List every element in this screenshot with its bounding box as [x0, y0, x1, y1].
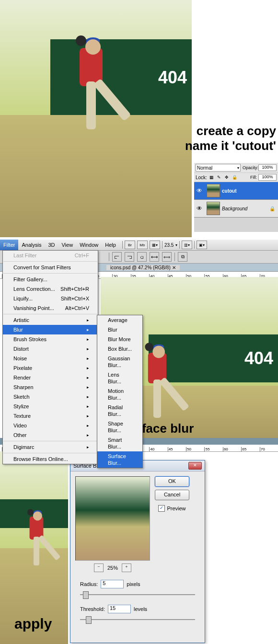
surface-blur-dialog: Surface Blur ✕ ⁻ 25% ⁺ OK Cancel ✓ Previ… [70, 460, 205, 643]
visibility-icon[interactable]: 👁 [194, 205, 205, 212]
filter-dropdown: Last FilterCtrl+F Convert for Smart Filt… [2, 250, 98, 464]
menu-vanishing-point[interactable]: Vanishing Point...Alt+Ctrl+V [3, 303, 98, 313]
menu-sharpen[interactable]: Sharpen [3, 382, 98, 392]
auto-align-icon[interactable]: ⧉ [178, 252, 187, 262]
menu-brush-strokes[interactable]: Brush Strokes [3, 334, 98, 344]
threshold-slider[interactable] [80, 616, 195, 623]
radius-label: Radius: [80, 581, 98, 587]
ok-button[interactable]: OK [155, 476, 189, 487]
align-center-icon[interactable]: ⫎ [125, 252, 134, 262]
submenu-average[interactable]: Average [97, 315, 142, 325]
blend-mode-select[interactable]: Normal▾ [196, 164, 241, 172]
submenu-shape-blur-[interactable]: Shape Blur... [97, 419, 142, 435]
submenu-radial-blur-[interactable]: Radial Blur... [97, 402, 142, 419]
menu-convert-smart[interactable]: Convert for Smart Filters [3, 263, 98, 272]
menu-texture[interactable]: Texture [3, 411, 98, 421]
close-button[interactable]: ✕ [188, 462, 202, 470]
menu-video[interactable]: Video [3, 421, 98, 430]
bridge-icon[interactable]: Br [125, 241, 135, 249]
menu-liquify[interactable]: Liquify...Shift+Ctrl+X [3, 294, 98, 303]
menu-window[interactable]: Window [76, 240, 102, 250]
menu-analysis[interactable]: Analysis [18, 240, 45, 250]
canvas-image: 404 [0, 0, 192, 237]
annotation-step3: apply [14, 616, 52, 632]
canvas-image [0, 451, 68, 644]
doc-tab-icons[interactable]: icons.psd @ 47.2% (RGB/8) ✕ [106, 265, 180, 270]
opacity-input[interactable]: 100% [258, 164, 277, 171]
menu-artistic[interactable]: Artistic [3, 315, 98, 325]
lock-all-icon[interactable]: 🔒 [232, 174, 238, 181]
menu-last-filter[interactable]: Last FilterCtrl+F [3, 251, 98, 260]
layer-cutout[interactable]: 👁 cutout [194, 182, 278, 200]
fill-input[interactable]: 100% [258, 174, 277, 181]
layer-name[interactable]: cutout [222, 188, 237, 194]
submenu-box-blur-[interactable]: Box Blur... [97, 344, 142, 354]
lock-icon: 🔒 [269, 206, 275, 211]
lock-position-icon[interactable]: ✥ [224, 174, 230, 181]
blur-submenu: AverageBlurBlur MoreBox Blur...Gaussian … [97, 315, 143, 468]
lock-paint-icon[interactable]: ✎ [216, 174, 222, 181]
menu-3d[interactable]: 3D [45, 240, 58, 250]
layer-name[interactable]: Background [222, 206, 247, 211]
threshold-label: Threshold: [80, 606, 105, 612]
preview-image[interactable] [75, 476, 150, 561]
submenu-motion-blur-[interactable]: Motion Blur... [97, 386, 142, 402]
zoom-in-button[interactable]: ⁺ [122, 564, 131, 572]
layers-panel: Normal▾ Opacity: 100% Lock: ▦ ✎ ✥ 🔒 Fill… [194, 163, 278, 232]
menu-filter[interactable]: Filter [0, 240, 18, 250]
threshold-input[interactable]: 15 [108, 605, 131, 613]
preview-label: Preview [167, 506, 185, 511]
submenu-blur[interactable]: Blur [97, 325, 142, 334]
threshold-unit: levels [134, 606, 147, 612]
menu-digimarc[interactable]: Digimarc [3, 442, 98, 452]
step-3: 12.5% (Layer 2, RGB/8) icons.psd @ 47.2%… [0, 443, 278, 644]
distribute-v-icon[interactable]: ⟺ [162, 252, 172, 262]
submenu-blur-more[interactable]: Blur More [97, 334, 142, 344]
zoom-out-button[interactable]: ⁻ [94, 564, 104, 572]
cancel-button[interactable]: Cancel [155, 490, 189, 500]
menu-blur[interactable]: Blur [3, 325, 98, 334]
layer-background[interactable]: 👁 Background 🔒 [194, 200, 278, 218]
preview-checkbox[interactable]: ✓ [158, 505, 165, 512]
minibridge-icon[interactable]: Mb [137, 241, 148, 249]
submenu-lens-blur-[interactable]: Lens Blur... [97, 370, 142, 386]
menu-sketch[interactable]: Sketch [3, 392, 98, 402]
arrange-icon[interactable]: ▥▾ [182, 241, 192, 249]
submenu-surface-blur-[interactable]: Surface Blur... [97, 451, 142, 468]
radius-input[interactable]: 5 [101, 580, 124, 588]
menu-bar: Filter Analysis 3D View Window Help Br M… [0, 240, 278, 251]
screenmode-icon[interactable]: ▣▾ [197, 241, 207, 249]
menu-other[interactable]: Other [3, 430, 98, 440]
lock-transparency-icon[interactable]: ▦ [208, 174, 215, 181]
annotation-step1: create a copyname it 'cutout' [185, 124, 276, 153]
submenu-gaussian-blur-[interactable]: Gaussian Blur... [97, 354, 142, 370]
radius-unit: pixels [127, 581, 140, 587]
layer-thumbnail [207, 184, 220, 197]
menu-pixelate[interactable]: Pixelate [3, 363, 98, 373]
zoom-percent: 25% [107, 565, 118, 571]
view-extras-icon[interactable]: ▦▾ [150, 241, 160, 249]
visibility-icon[interactable]: 👁 [194, 187, 205, 194]
zoom-value[interactable]: 23.5 [164, 242, 174, 248]
submenu-smart-blur-[interactable]: Smart Blur... [97, 435, 142, 451]
distribute-h-icon[interactable]: ⟷ [150, 252, 159, 262]
menu-render[interactable]: Render [3, 373, 98, 382]
menu-help[interactable]: Help [102, 240, 119, 250]
layer-thumbnail [207, 202, 220, 215]
pitcher-figure [67, 34, 115, 149]
menu-noise[interactable]: Noise [3, 354, 98, 363]
step-1: 404 create a copyname it 'cutout' Normal… [0, 0, 278, 240]
menu-distort[interactable]: Distort [3, 344, 98, 354]
menu-stylize[interactable]: Stylize [3, 402, 98, 411]
lock-label: Lock: [196, 175, 207, 180]
menu-filter-gallery[interactable]: Filter Gallery... [3, 275, 98, 284]
menu-browse-filters[interactable]: Browse Filters Online... [3, 454, 98, 464]
align-right-icon[interactable]: ⫏ [137, 252, 147, 262]
menu-lens-correction[interactable]: Lens Correction...Shift+Ctrl+R [3, 284, 98, 294]
menu-view[interactable]: View [58, 240, 76, 250]
radius-slider[interactable] [80, 591, 195, 598]
align-left-icon[interactable]: ⫍ [112, 252, 122, 262]
step-2: Filter Analysis 3D View Window Help Br M… [0, 240, 278, 443]
